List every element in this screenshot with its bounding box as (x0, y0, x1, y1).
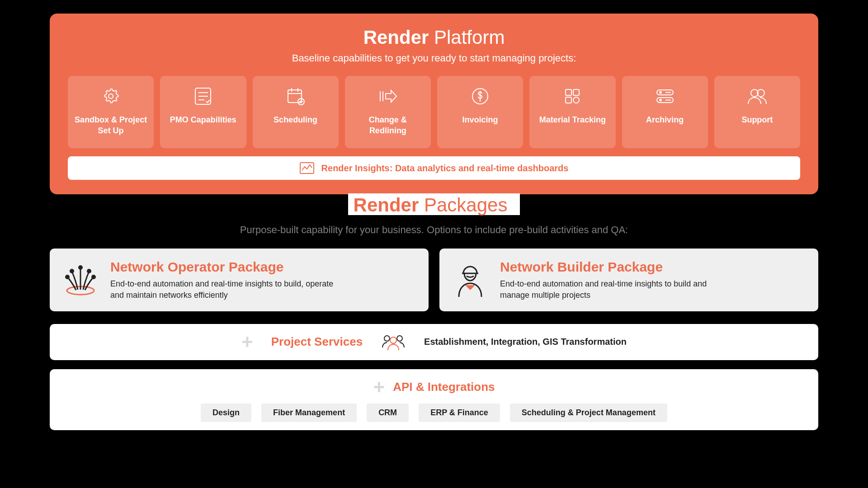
api-tag-scheduling: Scheduling & Project Management (510, 404, 667, 422)
brand-render: Render (354, 195, 419, 215)
api-tag-erp: ERP & Finance (419, 404, 500, 422)
svg-point-19 (573, 97, 579, 103)
svg-point-35 (92, 275, 95, 278)
worker-icon (452, 262, 488, 298)
capability-invoicing: Invoicing (437, 76, 523, 148)
capability-label: Support (741, 115, 773, 125)
platform-panel: Render Platform Baseline capabilities to… (50, 14, 818, 194)
svg-rect-18 (566, 97, 571, 103)
package-desc: End-to-end automation and real-time insi… (110, 278, 345, 300)
capability-label: Material Tracking (539, 115, 606, 125)
team-icon (381, 333, 406, 351)
svg-point-38 (397, 336, 402, 341)
capability-label: Change & Redlining (349, 115, 426, 136)
svg-point-34 (66, 275, 69, 278)
capability-support: Support (714, 76, 800, 148)
checklist-icon (193, 87, 212, 106)
capability-label: Invoicing (462, 115, 498, 125)
capability-material: Material Tracking (529, 76, 615, 148)
gear-icon (101, 87, 120, 106)
packages-subtitle: Purpose-built capability for your busine… (50, 224, 818, 236)
fiber-node-icon (62, 262, 99, 298)
svg-point-33 (88, 269, 91, 272)
platform-title: Render Platform (68, 27, 800, 48)
capability-sandbox: Sandbox & Project Set Up (68, 76, 154, 148)
svg-point-0 (108, 94, 113, 99)
server-icon (656, 87, 675, 106)
svg-rect-16 (566, 89, 571, 95)
capability-label: PMO Capabilities (170, 115, 236, 125)
capability-scheduling: Scheduling (253, 76, 339, 148)
project-services-desc: Establishment, Integration, GIS Transfor… (424, 337, 627, 347)
capability-archiving: Archiving (622, 76, 708, 148)
package-title: Network Operator Package (110, 259, 345, 275)
plus-icon: + (373, 377, 385, 397)
insights-label: Render Insights: Data analytics and real… (321, 163, 569, 174)
platform-subtitle: Baseline capabilities to get you ready t… (68, 52, 800, 64)
forward-arrow-icon (378, 87, 397, 106)
packages-word: Packages (424, 194, 507, 216)
capability-pmo: PMO Capabilities (160, 76, 246, 148)
svg-rect-28 (300, 163, 314, 174)
grid-icon (563, 87, 582, 106)
dollar-circle-icon (471, 87, 490, 106)
svg-point-32 (71, 269, 74, 272)
insights-bar: Render Insights: Data analytics and real… (68, 156, 800, 180)
package-network-builder: Network Builder Package End-to-end autom… (439, 249, 818, 311)
platform-word: Platform (434, 27, 505, 48)
brand-render: Render (363, 27, 429, 48)
api-tag-row: Design Fiber Management CRM ERP & Financ… (62, 404, 806, 422)
api-tag-fiber: Fiber Management (261, 404, 357, 422)
capability-row: Sandbox & Project Set Up PMO Capabilitie… (68, 76, 800, 148)
svg-point-39 (390, 337, 396, 343)
calendar-plus-icon (286, 87, 305, 106)
capability-change: Change & Redlining (345, 76, 431, 148)
svg-point-31 (79, 266, 82, 269)
capability-label: Sandbox & Project Set Up (72, 115, 149, 136)
people-icon (748, 87, 767, 106)
project-services-title: Project Services (271, 335, 363, 349)
capability-label: Scheduling (274, 115, 317, 125)
package-desc: End-to-end automation and real-time insi… (500, 278, 735, 300)
api-tag-crm: CRM (367, 404, 409, 422)
svg-point-37 (384, 336, 390, 341)
packages-heading: Render Packages Purpose-built capability… (50, 194, 818, 236)
plus-icon: + (241, 332, 253, 352)
api-integrations-panel: + API & Integrations Design Fiber Manage… (50, 369, 818, 430)
package-row: Network Operator Package End-to-end auto… (50, 249, 818, 311)
svg-point-24 (660, 99, 661, 101)
svg-rect-17 (573, 89, 579, 95)
api-title: API & Integrations (393, 380, 495, 394)
svg-point-21 (660, 92, 661, 94)
project-services-panel: + Project Services Establishment, Integr… (50, 324, 818, 360)
capability-label: Archiving (646, 115, 684, 125)
package-title: Network Builder Package (500, 259, 735, 275)
svg-rect-5 (288, 90, 302, 103)
api-tag-design: Design (201, 404, 251, 422)
package-network-operator: Network Operator Package End-to-end auto… (50, 249, 429, 311)
chart-icon (300, 162, 314, 174)
